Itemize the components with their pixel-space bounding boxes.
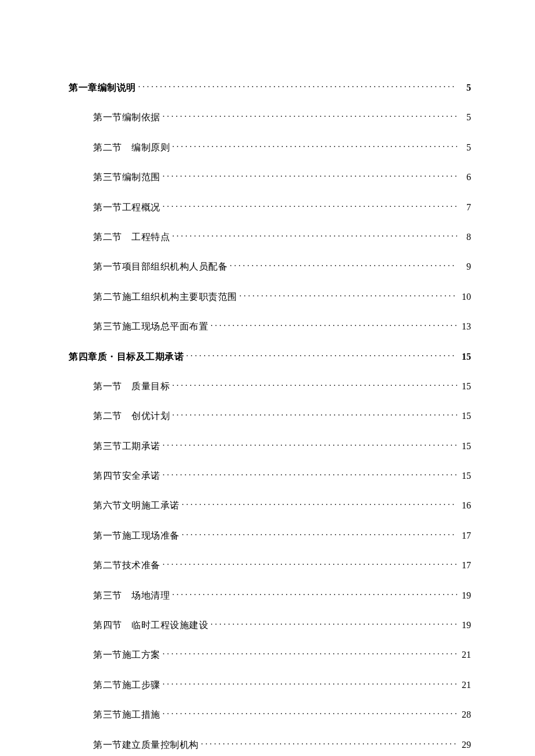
toc-entry-label: 第二节 工程特点 (93, 231, 170, 243)
document-page: 第一章编制说明5第一节编制依据5第二节 编制原则5第三节编制范围6第一节工程概况… (0, 0, 535, 756)
toc-entry-label: 第一节施工方案 (93, 648, 160, 661)
toc-entry-page-number: 10 (459, 291, 471, 303)
toc-entry-page-number: 19 (459, 589, 471, 602)
toc-entry[interactable]: 第一章编制说明5 (69, 81, 471, 94)
toc-dot-leader (211, 619, 457, 628)
toc-entry-label: 第一节建立质量控制机构 (93, 739, 199, 751)
toc-entry-page-number: 16 (459, 499, 471, 512)
toc-entry[interactable]: 第一节施工现场准备17 (69, 529, 471, 542)
toc-dot-leader (163, 201, 458, 210)
toc-entry[interactable]: 第四节 临时工程设施建设19 (69, 619, 471, 632)
toc-entry-page-number: 29 (459, 739, 471, 751)
toc-dot-leader (138, 81, 458, 91)
toc-entry-label: 第四节 临时工程设施建设 (93, 619, 208, 632)
toc-entry-label: 第三节编制范围 (93, 171, 160, 184)
toc-entry-page-number: 17 (459, 559, 471, 572)
toc-dot-leader (172, 141, 457, 151)
toc-entry-label: 第三节施工现场总平面布置 (93, 320, 208, 333)
toc-entry[interactable]: 第三节编制范围6 (69, 171, 471, 184)
toc-entry-label: 第二节施工步骤 (93, 679, 160, 691)
toc-dot-leader (163, 648, 458, 658)
toc-entry-label: 第三节施工措施 (93, 708, 160, 721)
toc-entry[interactable]: 第六节文明施工承诺16 (69, 499, 471, 512)
toc-entry-page-number: 13 (459, 320, 471, 333)
toc-entry[interactable]: 第三节工期承诺15 (69, 440, 471, 453)
toc-entry-page-number: 5 (459, 81, 471, 94)
toc-entry-label: 第一章编制说明 (69, 81, 136, 94)
toc-dot-leader (172, 589, 457, 599)
toc-dot-leader (172, 380, 457, 389)
toc-dot-leader (182, 499, 458, 508)
toc-entry-page-number: 17 (459, 529, 471, 542)
toc-dot-leader (163, 440, 458, 449)
toc-entry-label: 第二节技术准备 (93, 559, 160, 572)
toc-entry-label: 第六节文明施工承诺 (93, 499, 180, 512)
toc-entry-page-number: 6 (459, 171, 471, 184)
toc-entry-page-number: 21 (459, 679, 471, 691)
toc-entry-label: 第一节工程概况 (93, 201, 160, 214)
toc-entry[interactable]: 第二节施工步骤21 (69, 679, 471, 691)
toc-dot-leader (186, 350, 457, 360)
toc-entry-label: 第三节 场地清理 (93, 589, 170, 602)
toc-dot-leader (172, 410, 457, 419)
toc-entry-page-number: 15 (459, 470, 471, 482)
toc-entry-page-number: 15 (459, 440, 471, 453)
toc-entry-page-number: 19 (459, 619, 471, 632)
toc-entry-page-number: 5 (459, 141, 471, 154)
toc-dot-leader (240, 291, 458, 300)
toc-entry-label: 第一节 质量目标 (93, 380, 170, 393)
toc-dot-leader (230, 260, 457, 270)
toc-dot-leader (182, 529, 458, 539)
table-of-contents: 第一章编制说明5第一节编制依据5第二节 编制原则5第三节编制范围6第一节工程概况… (69, 81, 471, 751)
toc-dot-leader (163, 470, 458, 479)
toc-entry-page-number: 15 (459, 350, 471, 363)
toc-entry[interactable]: 第一节项目部组织机构人员配备9 (69, 260, 471, 273)
toc-entry[interactable]: 第二节施工组织机构主要职责范围10 (69, 291, 471, 303)
toc-entry-label: 第二节 编制原则 (93, 141, 170, 154)
toc-entry-label: 第一节施工现场准备 (93, 529, 180, 542)
toc-entry[interactable]: 第一节建立质量控制机构29 (69, 739, 471, 751)
toc-dot-leader (163, 708, 458, 718)
toc-entry[interactable]: 第一节施工方案21 (69, 648, 471, 661)
toc-entry-page-number: 21 (459, 648, 471, 661)
toc-entry[interactable]: 第三节施工现场总平面布置13 (69, 320, 471, 333)
toc-entry-label: 第一节编制依据 (93, 111, 160, 124)
toc-entry-page-number: 5 (459, 111, 471, 124)
toc-entry[interactable]: 第一节 质量目标15 (69, 380, 471, 393)
toc-entry[interactable]: 第二节 工程特点8 (69, 231, 471, 243)
toc-entry-label: 第二节 创优计划 (93, 410, 170, 422)
toc-entry-label: 第二节施工组织机构主要职责范围 (93, 291, 237, 303)
toc-dot-leader (172, 231, 457, 240)
toc-entry-label: 第四章质・目标及工期承诺 (69, 350, 184, 363)
toc-dot-leader (163, 171, 458, 180)
toc-entry[interactable]: 第四节安全承诺15 (69, 470, 471, 482)
toc-entry[interactable]: 第三节 场地清理19 (69, 589, 471, 602)
toc-dot-leader (201, 739, 458, 748)
toc-entry[interactable]: 第三节施工措施28 (69, 708, 471, 721)
toc-entry[interactable]: 第一节工程概况7 (69, 201, 471, 214)
toc-dot-leader (163, 679, 458, 688)
toc-entry[interactable]: 第二节 创优计划15 (69, 410, 471, 422)
toc-entry[interactable]: 第二节 编制原则5 (69, 141, 471, 154)
toc-entry-page-number: 7 (459, 201, 471, 214)
toc-entry-page-number: 8 (459, 231, 471, 243)
toc-entry-page-number: 15 (459, 410, 471, 422)
toc-entry[interactable]: 第一节编制依据5 (69, 111, 471, 124)
toc-dot-leader (163, 111, 458, 120)
toc-entry-label: 第一节项目部组织机构人员配备 (93, 260, 227, 273)
toc-entry-page-number: 15 (459, 380, 471, 393)
toc-dot-leader (163, 559, 458, 568)
toc-entry-label: 第四节安全承诺 (93, 470, 160, 482)
toc-dot-leader (211, 320, 457, 329)
toc-entry[interactable]: 第二节技术准备17 (69, 559, 471, 572)
toc-entry[interactable]: 第四章质・目标及工期承诺15 (69, 350, 471, 363)
toc-entry-page-number: 9 (459, 260, 471, 273)
toc-entry-label: 第三节工期承诺 (93, 440, 160, 453)
toc-entry-page-number: 28 (459, 708, 471, 721)
